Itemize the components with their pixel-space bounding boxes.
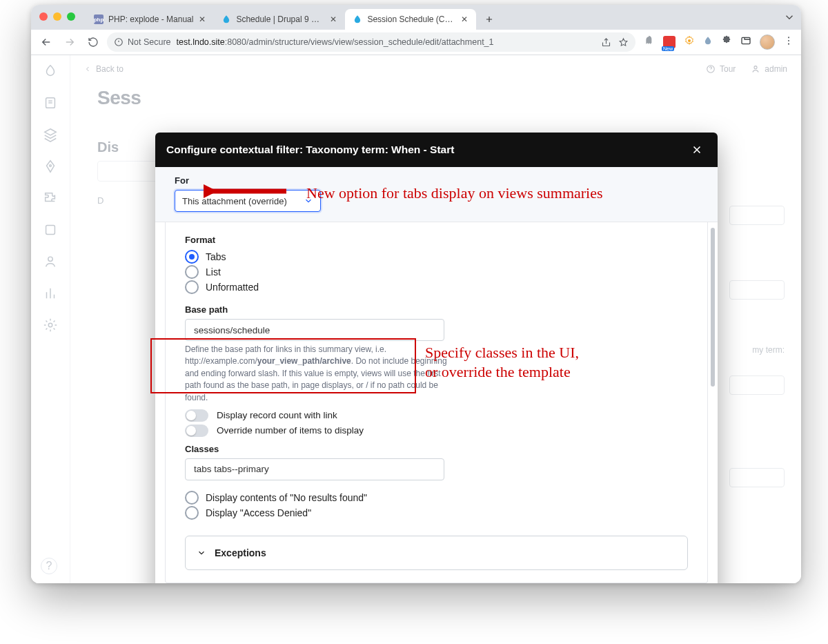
maximize-window-icon[interactable]	[67, 12, 75, 21]
base-path-value: sessions/schedule	[194, 325, 270, 335]
svg-point-5	[788, 43, 789, 45]
toggle-override-items[interactable]: Override number of items to display	[185, 425, 688, 437]
close-tab-icon[interactable]: ✕	[328, 14, 338, 24]
close-tab-icon[interactable]: ✕	[460, 14, 469, 24]
classes-value: tabs tabs--primary	[194, 464, 269, 474]
url-text: test.lndo.site:8080/admin/structure/view…	[177, 37, 494, 47]
radio-tabs[interactable]: Tabs	[185, 249, 688, 264]
not-secure-indicator[interactable]: Not Secure	[114, 37, 171, 47]
svg-rect-2	[742, 37, 750, 43]
browser-tab-php[interactable]: php PHP: explode - Manual ✕	[86, 9, 214, 30]
share-icon[interactable]	[601, 37, 611, 48]
address-bar[interactable]: Not Secure test.lndo.site:8080/admin/str…	[107, 32, 635, 52]
for-select[interactable]: This attachment (override)	[175, 190, 321, 212]
toggle-label: Display record count with link	[217, 410, 337, 420]
for-value: This attachment (override)	[182, 196, 287, 206]
favicon-php: php	[93, 14, 104, 25]
radio-access-denied[interactable]: Display "Access Denied"	[185, 505, 688, 520]
not-secure-label: Not Secure	[128, 37, 171, 47]
close-dialog-button[interactable]	[687, 140, 707, 159]
close-window-icon[interactable]	[39, 12, 48, 21]
format-label: Format	[185, 235, 688, 245]
close-tab-icon[interactable]: ✕	[197, 14, 207, 24]
radio-list[interactable]: List	[185, 264, 688, 280]
ext-drop-icon[interactable]	[703, 35, 713, 49]
svg-point-3	[788, 37, 789, 38]
scrollbar-thumb[interactable]	[711, 228, 715, 387]
exceptions-accordion[interactable]: Exceptions	[185, 536, 688, 570]
browser-tab-schedule[interactable]: Schedule | Drupal 9 Demo ✕	[214, 9, 345, 30]
radio-icon	[185, 265, 199, 279]
radio-label: Display "Access Denied"	[206, 507, 311, 518]
ext-ghostery-icon[interactable]	[644, 35, 655, 49]
dialog-header: Configure contextual filter: Taxonomy te…	[155, 133, 718, 167]
classes-label: Classes	[185, 444, 688, 454]
base-path-label: Base path	[185, 304, 688, 315]
radio-icon	[185, 491, 199, 505]
favicon-drupal	[221, 14, 232, 25]
star-icon[interactable]	[618, 37, 629, 48]
reload-button[interactable]	[83, 32, 103, 52]
toggle-icon	[185, 409, 208, 422]
browser-toolbar: Not Secure test.lndo.site:8080/admin/str…	[31, 30, 801, 55]
new-tab-button[interactable]	[480, 10, 498, 28]
ext-new-icon[interactable]: New	[663, 36, 676, 48]
accordion-label: Exceptions	[215, 547, 266, 558]
radio-icon	[185, 250, 199, 264]
radio-label: Tabs	[206, 251, 226, 262]
for-label: For	[175, 175, 698, 186]
tab-strip: php PHP: explode - Manual ✕ Schedule | D…	[31, 5, 801, 30]
dialog-body: For This attachment (override) Format	[155, 167, 718, 583]
configure-filter-dialog: Configure contextual filter: Taxonomy te…	[155, 133, 718, 583]
chevron-down-icon	[304, 196, 313, 206]
tab-overflow-icon[interactable]	[783, 11, 796, 26]
svg-point-4	[788, 40, 789, 41]
tab-title: PHP: explode - Manual	[108, 14, 193, 24]
chevron-down-icon	[197, 548, 206, 558]
extension-icons: New	[640, 35, 796, 50]
radio-icon	[185, 280, 199, 294]
radio-label: Unformatted	[206, 282, 259, 293]
forward-button[interactable]	[60, 32, 79, 52]
back-button[interactable]	[37, 32, 56, 52]
toggle-icon	[185, 425, 208, 437]
browser-window: php PHP: explode - Manual ✕ Schedule | D…	[31, 5, 801, 583]
window-controls[interactable]	[39, 12, 75, 21]
browser-tab-session-schedule[interactable]: Session Schedule (Content) | D ✕	[345, 9, 476, 30]
radio-icon	[185, 506, 199, 520]
minimize-window-icon[interactable]	[53, 12, 61, 21]
classes-input[interactable]: tabs tabs--primary	[185, 458, 444, 480]
ext-tab-icon[interactable]	[740, 35, 751, 49]
svg-point-1	[688, 39, 691, 42]
toggle-label: Override number of items to display	[217, 425, 364, 436]
radio-label: Display contents of "No results found"	[206, 492, 367, 503]
toggle-record-count[interactable]: Display record count with link	[185, 409, 688, 422]
kebab-menu-icon[interactable]	[783, 35, 794, 49]
radio-label: List	[206, 266, 221, 277]
radio-unformatted[interactable]: Unformatted	[185, 280, 688, 295]
radio-no-results[interactable]: Display contents of "No results found"	[185, 490, 688, 505]
app-viewport: Back to Tour admin Sess	[31, 55, 801, 583]
base-path-input[interactable]: sessions/schedule	[185, 319, 444, 341]
profile-avatar[interactable]	[760, 35, 775, 50]
dialog-title: Configure contextual filter: Taxonomy te…	[166, 144, 454, 156]
tab-title: Session Schedule (Content) | D	[367, 14, 455, 24]
ext-gear-icon[interactable]	[684, 35, 695, 49]
favicon-drupal	[352, 14, 363, 25]
base-path-help: Define the base path for links in this s…	[185, 344, 457, 404]
ext-puzzle-icon[interactable]	[721, 35, 732, 49]
tab-title: Schedule | Drupal 9 Demo	[236, 14, 324, 24]
